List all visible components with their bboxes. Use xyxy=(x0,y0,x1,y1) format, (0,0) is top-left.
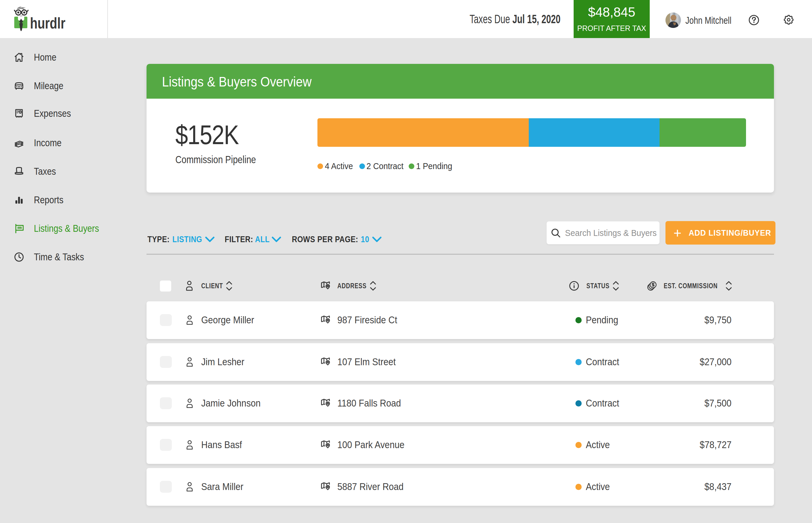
svg-text:SALE: SALE xyxy=(18,227,21,229)
svg-text:hurdlr: hurdlr xyxy=(30,15,66,32)
